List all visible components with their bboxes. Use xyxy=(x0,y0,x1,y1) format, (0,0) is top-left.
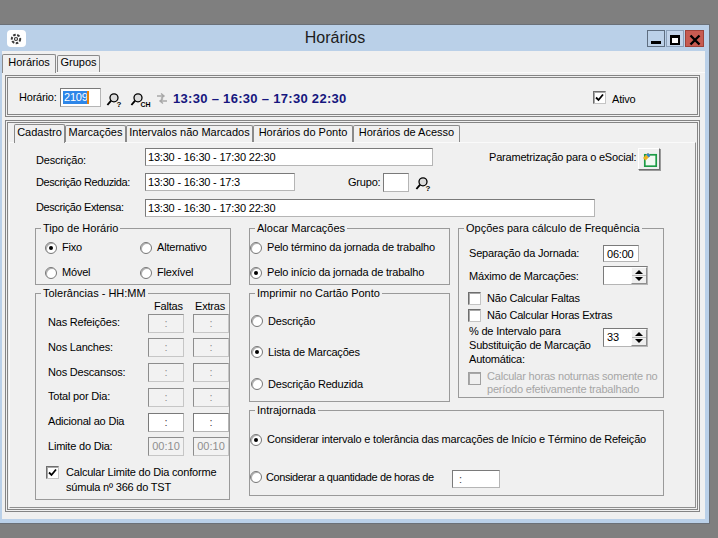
svg-text:CH: CH xyxy=(141,101,151,108)
svg-text:?: ? xyxy=(117,100,122,108)
